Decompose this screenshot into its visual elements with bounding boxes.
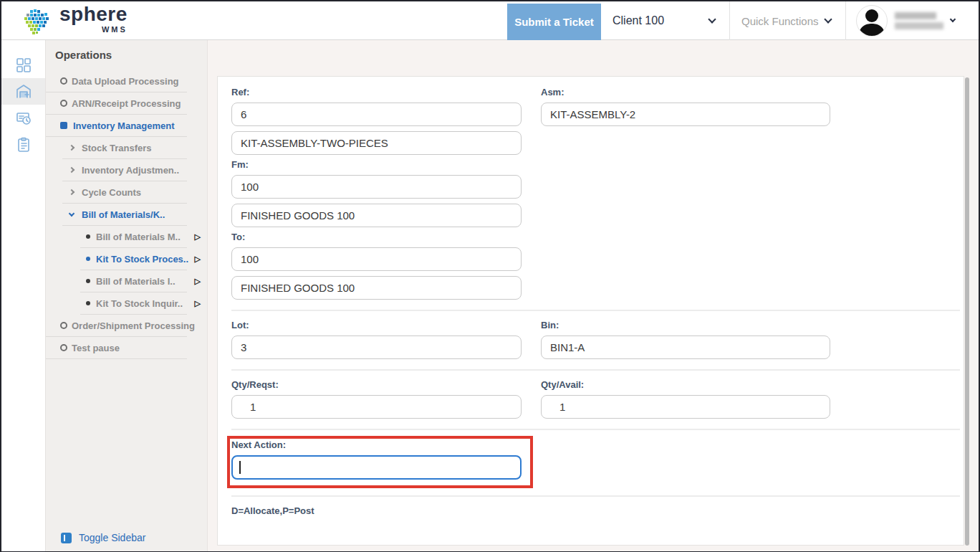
chevron-right-icon <box>69 189 75 195</box>
brand-name: sphere <box>59 4 128 24</box>
avatar <box>856 5 888 37</box>
sidebar-item[interactable]: Bill of Materials I..▷ <box>46 270 207 292</box>
client-dropdown[interactable]: Client 100 <box>601 1 729 40</box>
form-panel: Ref: Asm: Fm: <box>217 76 964 546</box>
next-action-label: Next Action: <box>231 439 522 449</box>
submenu-arrow-icon[interactable]: ▷ <box>195 299 201 308</box>
sidebar-divider <box>46 358 187 359</box>
sidebar-item[interactable]: Order/Shipment Processing <box>46 315 207 336</box>
submenu-arrow-icon[interactable]: ▷ <box>195 277 201 286</box>
person-icon <box>857 6 887 36</box>
sidebar-item[interactable]: Stock Transfers <box>46 137 207 158</box>
client-dropdown-value: Client 100 <box>612 14 664 27</box>
annotation-highlight-box: Next Action: <box>227 436 533 488</box>
sidebar: Operations Data Upload ProcessingARN/Rec… <box>46 40 208 551</box>
fm-input[interactable] <box>231 175 522 199</box>
sidebar-item[interactable]: Inventory Management <box>46 115 207 136</box>
sidebar-item-label: Stock Transfers <box>82 143 152 153</box>
qty-reqst-input[interactable] <box>231 395 522 419</box>
fm-description-input[interactable] <box>231 204 522 227</box>
field-to: To: <box>231 232 522 300</box>
toggle-sidebar-label: Toggle Sidebar <box>79 532 145 543</box>
sidebar-item[interactable]: Bill of Materials/K.. <box>46 204 207 225</box>
chevron-right-icon <box>69 145 75 151</box>
lot-input[interactable] <box>231 336 522 359</box>
to-input[interactable] <box>231 247 522 271</box>
chevron-right-icon <box>69 167 75 173</box>
ring-icon <box>60 77 67 85</box>
toggle-sidebar-button[interactable]: Toggle Sidebar <box>61 532 145 543</box>
sidebar-item-label: Inventory Adjustmen.. <box>82 165 179 176</box>
sidebar-item-label: Cycle Counts <box>82 187 141 198</box>
sidebar-item-label: Test pause <box>72 343 120 353</box>
lot-label: Lot: <box>231 320 522 330</box>
user-menu[interactable] <box>845 1 979 40</box>
rail-reports-button[interactable] <box>1 105 45 131</box>
sidebar-title: Operations <box>46 40 207 61</box>
tasks-icon <box>16 137 32 153</box>
qty-reqst-label: Qty/Reqst: <box>231 379 522 389</box>
sidebar-item[interactable]: Cycle Counts <box>46 181 207 203</box>
bin-label: Bin: <box>541 320 830 330</box>
brand-sub-name: WMS <box>102 26 128 34</box>
to-label: To: <box>231 232 522 242</box>
field-next-action: Next Action: <box>231 439 522 480</box>
sidebar-item-label: Data Upload Processing <box>72 76 179 87</box>
ring-icon <box>60 100 67 107</box>
bullet-icon <box>86 257 90 261</box>
to-description-input[interactable] <box>231 276 522 300</box>
sidebar-menu: Data Upload ProcessingARN/Receipt Proces… <box>46 70 207 359</box>
quick-functions-dropdown[interactable]: Quick Functions <box>729 1 845 40</box>
section-divider <box>231 495 960 497</box>
bullet-icon <box>86 301 90 305</box>
chevron-down-icon <box>708 15 716 23</box>
ref-label: Ref: <box>231 87 522 97</box>
sidebar-item-label: Bill of Materials I.. <box>96 276 176 287</box>
next-action-input[interactable] <box>231 455 522 480</box>
text-cursor <box>239 461 241 474</box>
sidebar-item-label: Inventory Management <box>73 120 175 131</box>
sidebar-item[interactable]: Test pause <box>46 337 207 358</box>
asm-input[interactable] <box>541 103 830 126</box>
chevron-down-icon <box>69 210 75 216</box>
rail-warehouse-button[interactable] <box>1 78 45 105</box>
dot-ring-icon <box>60 122 67 129</box>
sidebar-toggle-icon <box>61 533 72 543</box>
sidebar-item-label: Kit To Stock Inquir.. <box>96 298 183 309</box>
submit-ticket-button[interactable]: Submit a Ticket <box>507 4 601 40</box>
quick-functions-label: Quick Functions <box>741 15 819 27</box>
ref-input[interactable] <box>231 103 522 126</box>
submenu-arrow-icon[interactable]: ▷ <box>195 232 201 242</box>
field-bin: Bin: <box>541 320 830 359</box>
sidebar-item-label: Bill of Materials M.. <box>96 232 181 242</box>
rail-dashboard-button[interactable] <box>1 52 45 78</box>
sidebar-item[interactable]: ARN/Receipt Processing <box>46 92 207 114</box>
sidebar-item[interactable]: Inventory Adjustmen.. <box>46 159 207 181</box>
action-codes-hint: D=Allocate,P=Post <box>231 505 960 516</box>
brand-logo: sphere WMS <box>1 4 128 37</box>
ring-icon <box>60 322 67 329</box>
sidebar-item-label: Order/Shipment Processing <box>72 320 195 331</box>
section-divider <box>231 310 960 311</box>
section-divider <box>231 429 960 430</box>
field-ref: Ref: <box>231 87 522 155</box>
dashboard-icon <box>16 57 32 73</box>
sidebar-item[interactable]: Kit To Stock Proces..▷ <box>46 248 207 270</box>
bin-input[interactable] <box>541 336 830 359</box>
scrollbar[interactable] <box>965 77 969 546</box>
qty-avail-label: Qty/Avail: <box>541 379 830 389</box>
sidebar-item[interactable]: Bill of Materials M..▷ <box>46 226 207 247</box>
rail-tasks-button[interactable] <box>1 131 45 158</box>
submenu-arrow-icon[interactable]: ▷ <box>195 254 201 264</box>
header: sphere WMS Submit a Ticket Client 100 Qu… <box>1 1 979 40</box>
sidebar-item[interactable]: Data Upload Processing <box>46 70 207 92</box>
asm-label: Asm: <box>541 87 830 97</box>
ref-description-input[interactable] <box>231 131 522 155</box>
qty-avail-input[interactable] <box>541 395 830 419</box>
sidebar-item[interactable]: Kit To Stock Inquir..▷ <box>46 292 207 314</box>
sidebar-item-label: Kit To Stock Proces.. <box>96 254 188 265</box>
fm-label: Fm: <box>231 159 522 169</box>
field-lot: Lot: <box>231 320 522 359</box>
chevron-down-icon <box>824 15 832 23</box>
field-qty-avail: Qty/Avail: <box>541 379 830 419</box>
